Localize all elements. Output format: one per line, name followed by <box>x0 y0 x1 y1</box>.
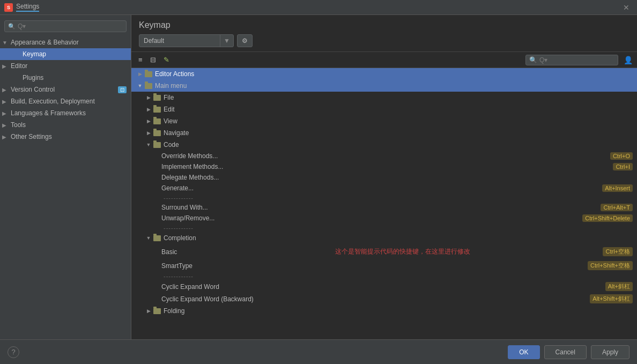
version-control-badge: ⊡ <box>118 86 127 93</box>
titlebar: S Settings ✕ <box>0 0 637 15</box>
tree-separator: ------------ <box>131 272 637 280</box>
expand-arrow-icon: ▼ <box>2 40 10 46</box>
expand-icon: ▶ <box>136 71 144 77</box>
window-title: Settings <box>16 3 39 12</box>
tree-item-label: Surround With... <box>161 204 601 211</box>
tree-item-implement-methods[interactable]: Implement Methods... Ctrl+I <box>131 161 637 172</box>
cancel-button[interactable]: Cancel <box>544 345 587 359</box>
search-icon: 🔍 <box>8 23 16 30</box>
tree-item-view[interactable]: ▶ View <box>131 115 637 127</box>
sidebar-item-build[interactable]: ▶ Build, Execution, Deployment <box>0 95 131 107</box>
help-button[interactable]: ? <box>8 346 19 358</box>
tree-item-edit[interactable]: ▶ Edit <box>131 103 637 115</box>
tree-item-label: Delegate Methods... <box>161 174 637 181</box>
tree-item-file[interactable]: ▶ File <box>131 92 637 103</box>
tree-item-basic-row[interactable]: Basic 这个是智能提示代码的快捷键，在这里进行修改 Ctrl+空格 <box>131 244 637 259</box>
content-header: Keymap Default ▼ ⚙ <box>131 15 637 52</box>
content-panel: Keymap Default ▼ ⚙ ≡ ⊟ ✎ 🔍 👤 <box>131 15 637 339</box>
main-container: 🔍 ▼ Appearance & Behavior Keymap ▶ Edito… <box>0 15 637 339</box>
apply-button[interactable]: Apply <box>591 345 629 359</box>
keymap-gear-button[interactable]: ⚙ <box>237 34 253 47</box>
collapse-all-button[interactable]: ⊟ <box>147 54 159 65</box>
shortcut-badge: Alt+Insert <box>602 184 633 192</box>
tree-item-cyclic-expand-backward[interactable]: Cyclic Expand Word (Backward) Alt+Shift+… <box>131 293 637 305</box>
folder-icon <box>153 307 161 315</box>
tree-item-label: Main menu <box>155 82 637 90</box>
edit-button[interactable]: ✎ <box>161 54 172 65</box>
sidebar-item-plugins[interactable]: Plugins <box>0 72 131 84</box>
tree-item-completion[interactable]: ▼ Completion <box>131 232 637 244</box>
dropdown-arrow-icon[interactable]: ▼ <box>220 35 233 47</box>
shortcut-badge: Ctrl+Alt+T <box>601 204 633 211</box>
expand-arrow-icon: ▶ <box>2 122 10 128</box>
person-icon[interactable]: 👤 <box>624 56 633 64</box>
tree-item-label: View <box>164 117 637 125</box>
tree-item-navigate[interactable]: ▶ Navigate <box>131 127 637 139</box>
shortcut-badge: Ctrl+O <box>610 152 633 160</box>
expand-arrow-icon: ▶ <box>2 87 10 93</box>
tree-item-smart-type[interactable]: SmartType Ctrl+Shift+空格 <box>131 259 637 272</box>
sidebar-item-label: Appearance & Behavior <box>11 39 127 46</box>
search-icon: 🔍 <box>529 56 537 64</box>
sidebar-item-label: Languages & Frameworks <box>11 109 127 117</box>
shortcut-badge: Ctrl+空格 <box>603 247 633 256</box>
tree-item-override-methods[interactable]: Override Methods... Ctrl+O <box>131 151 637 161</box>
close-button[interactable]: ✕ <box>620 2 633 13</box>
sidebar-item-label: Build, Execution, Deployment <box>11 98 127 105</box>
tree-item-unwrap-remove[interactable]: Unwrap/Remove... Ctrl+Shift+Delete <box>131 213 637 224</box>
ok-button[interactable]: OK <box>508 345 539 359</box>
tree-item-label: Navigate <box>164 129 637 137</box>
sidebar-item-version-control[interactable]: ▶ Version Control ⊡ <box>0 84 131 95</box>
tree-item-label: SmartType <box>161 262 588 270</box>
expand-all-button[interactable]: ≡ <box>136 54 145 65</box>
sidebar-item-label: Tools <box>11 121 127 129</box>
tree-item-delegate-methods[interactable]: Delegate Methods... <box>131 172 637 183</box>
tree-item-label: Generate... <box>161 184 602 192</box>
sidebar-search-input[interactable] <box>18 23 103 30</box>
folder-icon <box>144 70 153 78</box>
sidebar-item-tools[interactable]: ▶ Tools <box>0 119 131 131</box>
app-icon: S <box>4 3 13 12</box>
keymap-preset-select[interactable]: Default <box>139 35 220 47</box>
footer: ? OK Cancel Apply <box>0 339 637 364</box>
tree-item-main-menu[interactable]: ▼ Main menu <box>131 80 637 92</box>
sidebar-item-other-settings[interactable]: ▶ Other Settings <box>0 131 131 143</box>
footer-buttons: OK Cancel Apply <box>508 345 629 359</box>
tree-item-generate[interactable]: Generate... Alt+Insert <box>131 183 637 194</box>
action-search-input[interactable] <box>539 56 614 64</box>
shortcut-badge: Ctrl+Shift+Delete <box>582 214 633 222</box>
tree-item-label: File <box>164 94 637 101</box>
sidebar-item-label: Other Settings <box>11 133 127 140</box>
tree-item-label: Folding <box>164 307 637 315</box>
tree-item-cyclic-expand[interactable]: Cyclic Expand Word Alt+斜杠 <box>131 280 637 293</box>
shortcut-badge: Alt+斜杠 <box>605 282 633 291</box>
tree-item-label: Unwrap/Remove... <box>161 214 582 222</box>
sidebar-item-keymap[interactable]: Keymap <box>0 48 131 60</box>
expand-icon: ▼ <box>136 83 144 88</box>
tree-item-surround-with[interactable]: Surround With... Ctrl+Alt+T <box>131 202 637 213</box>
tree-item-label: Editor Actions <box>155 70 637 78</box>
tree-container: ▶ Editor Actions ▼ Main menu ▶ File <box>131 68 637 339</box>
tree-item-label: Cyclic Expand Word <box>161 283 605 291</box>
sidebar-item-editor[interactable]: ▶ Editor <box>0 60 131 72</box>
tree-item-editor-actions[interactable]: ▶ Editor Actions <box>131 68 637 80</box>
folder-icon <box>153 234 161 242</box>
folder-icon <box>153 105 161 114</box>
sidebar-item-languages[interactable]: ▶ Languages & Frameworks <box>0 107 131 119</box>
folder-icon <box>153 140 161 149</box>
shortcut-badge: Alt+Shift+斜杠 <box>590 294 633 303</box>
expand-icon: ▶ <box>144 130 153 136</box>
sidebar-item-appearance[interactable]: ▼ Appearance & Behavior <box>0 36 131 48</box>
folder-icon <box>153 93 161 102</box>
sidebar-item-label: Version Control <box>11 86 118 93</box>
keymap-preset-wrapper[interactable]: Default ▼ <box>139 34 234 47</box>
tree-item-code[interactable]: ▼ Code <box>131 139 637 151</box>
expand-icon: ▶ <box>144 95 153 100</box>
content-title: Keymap <box>139 20 629 30</box>
tree-item-folding[interactable]: ▶ Folding <box>131 305 637 317</box>
expand-arrow-icon: ▶ <box>2 63 10 69</box>
tree-item-basic[interactable]: Basic 这个是智能提示代码的快捷键，在这里进行修改 Ctrl+空格 <box>131 246 637 258</box>
sidebar-search-bar[interactable]: 🔍 <box>4 20 127 32</box>
action-search-bar[interactable]: 🔍 <box>525 55 618 65</box>
folder-icon <box>144 81 153 90</box>
